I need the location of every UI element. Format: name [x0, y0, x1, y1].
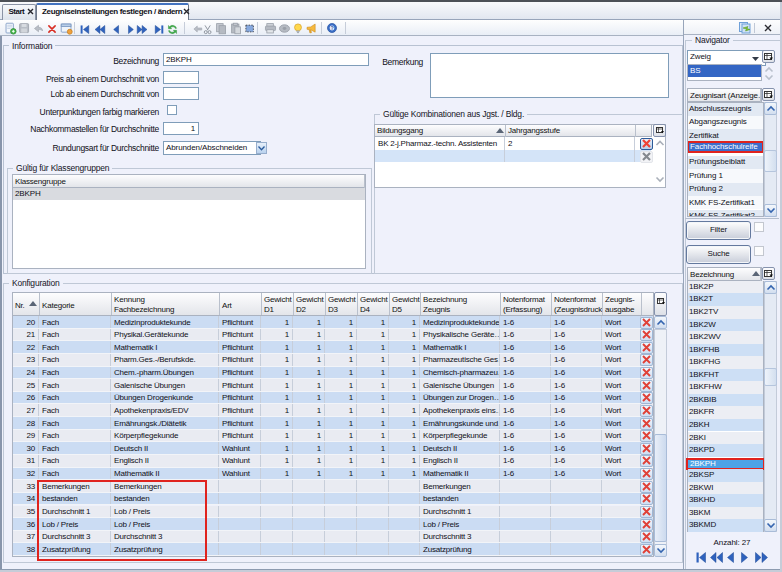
svg-text:?: ? — [330, 25, 333, 31]
